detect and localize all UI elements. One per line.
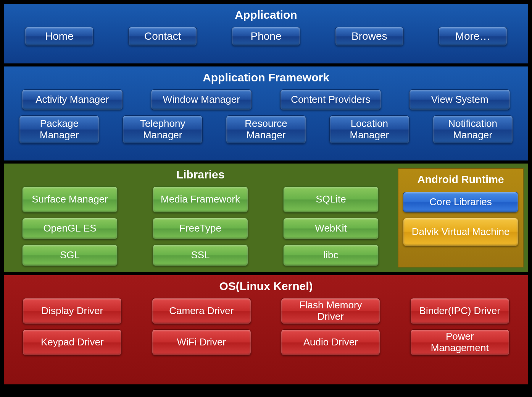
framework-row2: Package Manager Telephony Manager Resour…: [11, 115, 521, 144]
fw-view-system: View System: [409, 89, 510, 110]
krn-binder-ipc-driver: Binder(IPC) Driver: [410, 298, 509, 324]
architecture-diagram: Application Home Contact Phone Browes Mo…: [3, 3, 529, 394]
app-more: More…: [438, 27, 507, 46]
libraries-row2: OpenGL ES FreeType WebKit: [8, 218, 392, 239]
lib-libc: libc: [283, 245, 379, 266]
kernel-title: OS(Linux Kernel): [11, 280, 521, 293]
app-browes: Browes: [335, 27, 404, 46]
layer-kernel: OS(Linux Kernel) Display Driver Camera D…: [3, 274, 529, 385]
app-home: Home: [25, 27, 94, 46]
fw-notification-manager: Notification Manager: [433, 115, 513, 144]
kernel-row2: Keypad Driver WiFi Driver Audio Driver P…: [11, 329, 521, 355]
lib-freetype: FreeType: [153, 218, 248, 239]
lib-sqlite: SQLite: [283, 186, 379, 212]
layer-libraries-runtime: Libraries Surface Manager Media Framewor…: [3, 163, 529, 273]
runtime-dalvik-vm: Dalvik Virtual Machine: [403, 218, 518, 246]
libraries-row3: SGL SSL libc: [8, 245, 392, 266]
layer-framework: Application Framework Activity Manager W…: [3, 66, 529, 161]
fw-package-manager: Package Manager: [19, 115, 99, 144]
runtime-title: Android Runtime: [403, 173, 518, 186]
layer-application: Application Home Contact Phone Browes Mo…: [3, 3, 529, 64]
application-row: Home Contact Phone Browes More…: [11, 27, 521, 46]
krn-wifi-driver: WiFi Driver: [152, 329, 251, 355]
libraries-row1: Surface Manager Media Framework SQLite: [8, 186, 392, 212]
lib-surface-manager: Surface Manager: [22, 186, 118, 212]
fw-location-manager: Location Manager: [329, 115, 409, 144]
libraries-title: Libraries: [8, 168, 392, 181]
krn-audio-driver: Audio Driver: [281, 329, 380, 355]
fw-content-providers: Content Providers: [280, 89, 381, 110]
lib-sgl: SGL: [22, 245, 118, 266]
runtime-core-libraries: Core Libraries: [403, 192, 518, 212]
lib-ssl: SSL: [153, 245, 248, 266]
fw-telephony-manager: Telephony Manager: [123, 115, 203, 144]
krn-keypad-driver: Keypad Driver: [23, 329, 122, 355]
krn-flash-memory-driver: Flash Memory Driver: [281, 298, 380, 324]
lib-media-framework: Media Framework: [153, 186, 248, 212]
krn-power-management: Power Management: [410, 329, 509, 355]
fw-resource-manager: Resource Manager: [226, 115, 306, 144]
fw-window-manager: Window Manager: [151, 89, 252, 110]
app-phone: Phone: [232, 27, 300, 46]
framework-row1: Activity Manager Window Manager Content …: [11, 89, 521, 110]
libraries-panel: Libraries Surface Manager Media Framewor…: [8, 168, 392, 267]
kernel-row1: Display Driver Camera Driver Flash Memor…: [11, 298, 521, 324]
app-contact: Contact: [128, 27, 197, 46]
fw-activity-manager: Activity Manager: [22, 89, 123, 110]
layer-framework-title: Application Framework: [11, 71, 521, 84]
krn-camera-driver: Camera Driver: [152, 298, 251, 324]
lib-webkit: WebKit: [283, 218, 379, 239]
lib-opengl-es: OpenGL ES: [22, 218, 118, 239]
krn-display-driver: Display Driver: [23, 298, 122, 324]
runtime-panel: Android Runtime Core Libraries Dalvik Vi…: [398, 168, 524, 267]
layer-application-title: Application: [11, 8, 521, 21]
